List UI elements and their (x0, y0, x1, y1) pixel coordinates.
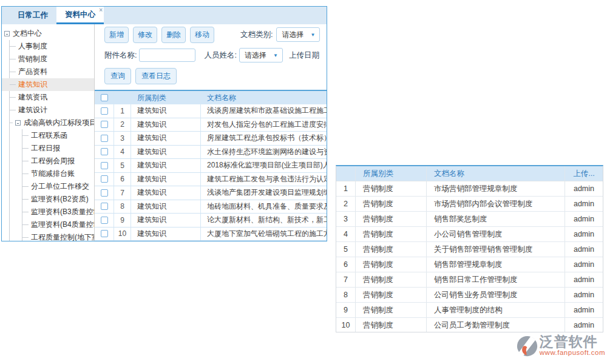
select-value: 请选择 (282, 30, 304, 40)
column-header-index (336, 166, 356, 181)
row-checkbox[interactable] (101, 203, 108, 210)
row-select-cell (95, 186, 114, 200)
table-row[interactable]: 10建筑知识大厦地下室加气砼墙砌筑工程的施工方... (95, 228, 327, 241)
tree-item[interactable]: 建筑知识 (10, 78, 94, 91)
table-row[interactable]: 3营销制度销售部奖惩制度admin (336, 212, 603, 227)
row-category: 建筑知识 (131, 214, 201, 227)
tree-item[interactable]: 工程日报 (22, 142, 94, 155)
tab-daily-work[interactable]: 日常工作 (9, 7, 56, 24)
doc-category-select[interactable]: 请选择 ▼ (276, 27, 320, 42)
row-checkbox[interactable] (101, 148, 108, 155)
row-checkbox[interactable] (101, 135, 108, 142)
row-checkbox[interactable] (101, 230, 108, 237)
table-row[interactable]: 6营销制度销售部管理规章制度admin (336, 257, 603, 272)
row-doc-name: 建筑工程施工发包与承包违法行为认定... (201, 173, 327, 186)
table-row[interactable]: 4营销制度小公司销售管理制度admin (336, 227, 603, 242)
tree-node: 监理资料(B4质量控制) (22, 218, 94, 231)
tree-item[interactable]: 人事制度 (10, 40, 94, 53)
row-category: 建筑知识 (131, 159, 201, 172)
document-table: 所属别类 文档名称 1建筑知识浅谈房屋建筑和市政基础设施工程施工...2建筑知识… (95, 90, 327, 241)
table-row[interactable]: 6建筑知识建筑工程施工发包与承包违法行为认定... (95, 173, 327, 187)
row-index: 1 (336, 181, 356, 196)
tree-node: 文档中心人事制度营销制度产品资料建筑知识建筑资讯建筑设计成渝高铁内江标段项目工程… (4, 27, 94, 241)
tree-connector (22, 148, 29, 149)
table-row[interactable]: 7营销制度销售部日常工作管理制度admin (336, 272, 603, 288)
tree-connector (22, 186, 29, 187)
tree-item[interactable]: 建筑资讯 (10, 91, 94, 104)
tree-connector (10, 59, 16, 59)
tree-item-label: 建筑设计 (18, 105, 47, 115)
table-row[interactable]: 2建筑知识对发包人指定分包的工程施工进度安排... (95, 118, 327, 132)
tree-item[interactable]: 工程质量控制(地下室) (22, 231, 94, 241)
table-row[interactable]: 8营销制度公司销售业务员管理制度admin (336, 288, 603, 303)
row-checkbox[interactable] (101, 189, 108, 197)
tree-node: 工程质量控制(地下室) (22, 231, 94, 241)
row-checkbox[interactable] (101, 107, 108, 115)
row-uploader: admin (565, 257, 603, 272)
row-category: 建筑知识 (131, 118, 201, 132)
row-category: 营销制度 (356, 303, 427, 317)
row-doc-name: 地砖地面材料、机具准备、质量要求及... (201, 200, 327, 214)
table-row[interactable]: 5营销制度关于销售部管理销售管理制度admin (336, 242, 603, 257)
row-category: 营销制度 (356, 318, 427, 332)
tree-item[interactable]: 成渝高铁内江标段项目 (10, 116, 94, 129)
tree-item[interactable]: 监理资料(B2资质) (22, 193, 94, 206)
row-category: 建筑知识 (131, 132, 201, 145)
select-all-checkbox[interactable] (101, 94, 108, 101)
upload-date-label: 上传日期 (289, 50, 319, 61)
table-row[interactable]: 10营销制度公司员工考勤管理制度admin (336, 318, 603, 332)
toolbar-button-add[interactable]: 新增 (104, 27, 129, 43)
row-checkbox[interactable] (101, 162, 108, 169)
table-row[interactable]: 5建筑知识2018标准化监理项目部(业主项目部)人员... (95, 159, 327, 173)
table-row[interactable]: 9营销制度人事管理制度的结构admin (336, 303, 603, 318)
brand-url[interactable]: www.fanpusoft.com (540, 349, 605, 357)
tree-group: 人事制度营销制度产品资料建筑知识建筑资讯建筑设计成渝高铁内江标段项目工程联系函工… (9, 40, 94, 241)
row-category: 营销制度 (356, 212, 427, 226)
tree-item[interactable]: 工程联系函 (22, 129, 94, 142)
table-row[interactable]: 1营销制度市场营销部管理规章制度admin (336, 181, 603, 197)
toolbar-button-move[interactable]: 移动 (190, 27, 214, 43)
tree-item[interactable]: 节能减排台账 (22, 167, 94, 180)
filter-toolbar: 附件名称: 人员姓名: 请选择 ▼ 上传日期 (95, 47, 327, 63)
row-checkbox[interactable] (101, 121, 108, 128)
table-row[interactable]: 2营销制度市场营销部内部会议管理制度admin (336, 197, 603, 212)
tree-item[interactable]: 建筑设计 (10, 104, 94, 116)
tree-connector (10, 97, 16, 98)
toolbar-button-view-log[interactable]: 查看日志 (135, 68, 177, 84)
collapse-icon[interactable] (4, 31, 10, 36)
column-header-category: 所属别类 (131, 91, 201, 104)
tab-data-center[interactable]: 资料中心 × (56, 7, 104, 24)
column-header-index (114, 91, 131, 104)
table-row[interactable]: 1建筑知识浅谈房屋建筑和市政基础设施工程施工... (95, 104, 327, 118)
row-index: 5 (336, 242, 356, 257)
row-checkbox[interactable] (101, 175, 108, 183)
table-row[interactable]: 8建筑知识地砖地面材料、机具准备、质量要求及... (95, 200, 327, 214)
table-row[interactable]: 9建筑知识论大厦新材料、新结构、新技术，新工... (95, 214, 327, 228)
toolbar-button-modify[interactable]: 修改 (133, 27, 157, 43)
table-row[interactable]: 4建筑知识水土保持生态环境监测网络的建设与资... (95, 146, 327, 160)
tree-item[interactable]: 监理资料(B4质量控制) (22, 218, 94, 231)
tree-node: 产品资料 (10, 66, 94, 78)
tree-item[interactable]: 文档中心 (4, 27, 94, 40)
tree-item[interactable]: 监理资料(B3质量控制) (22, 206, 94, 218)
row-index: 7 (114, 186, 131, 200)
close-icon[interactable]: × (99, 7, 103, 13)
toolbar-button-query[interactable]: 查询 (104, 68, 131, 84)
brand-name: 泛普软件 (540, 334, 605, 349)
row-checkbox[interactable] (101, 217, 108, 224)
tree-item[interactable]: 工程例会周报 (22, 155, 94, 167)
tree-connector (22, 135, 29, 136)
tree-item[interactable]: 产品资料 (10, 66, 94, 78)
toolbar-button-delete[interactable]: 删除 (161, 27, 186, 43)
collapse-icon[interactable] (15, 120, 21, 126)
attachment-name-input[interactable] (139, 49, 195, 62)
tree-connector (22, 237, 29, 238)
tree-item[interactable]: 营销制度 (10, 53, 94, 66)
row-category: 建筑知识 (131, 186, 201, 200)
tree-item[interactable]: 分工单位工作移交 (22, 180, 94, 193)
tree-node: 监理资料(B2资质) (22, 193, 94, 206)
tree-node: 工程日报 (22, 142, 94, 155)
table-row[interactable]: 3建筑知识房屋建筑工程总承包投标书（技术标）... (95, 132, 327, 146)
person-name-select[interactable]: 请选择 ▼ (239, 48, 283, 62)
table-row[interactable]: 7建筑知识浅谈地产集团开发建设项目监理规划编... (95, 186, 327, 200)
